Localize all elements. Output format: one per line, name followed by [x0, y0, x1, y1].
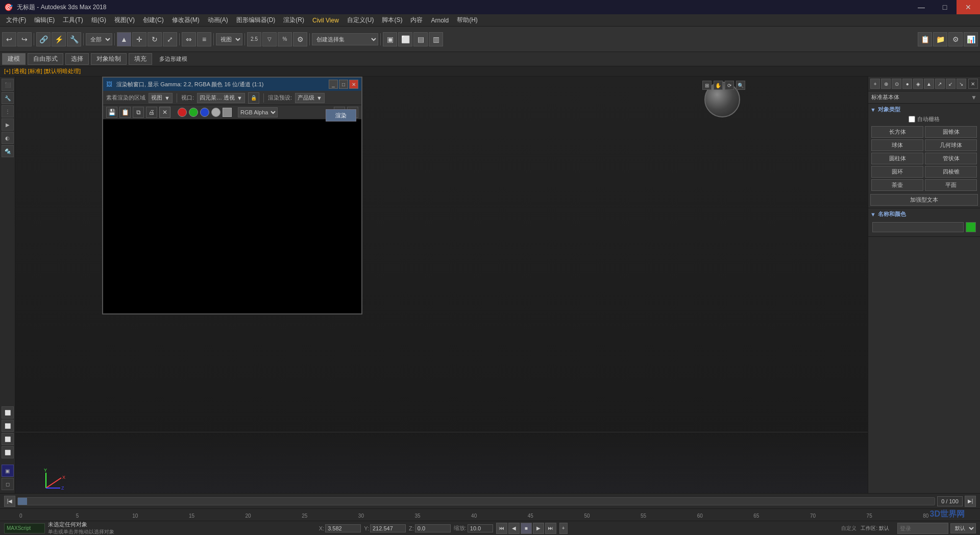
panel-expand-icon[interactable]: ▼	[971, 94, 977, 101]
menu-customize[interactable]: 自定义(U)	[343, 15, 378, 26]
rp-btn5[interactable]: ◈	[913, 79, 923, 89]
login-input[interactable]	[897, 523, 948, 534]
prev-frame-btn[interactable]: ⏮	[496, 523, 507, 534]
obj-cylinder[interactable]: 圆柱体	[871, 153, 923, 164]
selection-set-dropdown[interactable]: 创建选择集	[312, 33, 378, 45]
track-view-button[interactable]: 📊	[964, 32, 978, 46]
menu-civil-view[interactable]: Civil View	[308, 16, 343, 25]
rp-btn7[interactable]: ↗	[935, 79, 945, 89]
menu-render[interactable]: 渲染(R)	[279, 15, 308, 26]
sidebar-motion[interactable]: ▶	[2, 118, 14, 131]
obj-tube[interactable]: 管状体	[925, 153, 977, 164]
tab-paint[interactable]: 对象绘制	[91, 53, 127, 65]
zoom-btn[interactable]: 🔍	[736, 81, 745, 90]
menu-help[interactable]: 帮助(H)	[453, 15, 482, 26]
tab-freeform[interactable]: 自由形式	[28, 53, 63, 65]
menu-modifier[interactable]: 修改器(M)	[168, 15, 204, 26]
spinner-snap-button[interactable]: ⚙	[293, 32, 307, 46]
rw-clear-btn[interactable]: ✕	[159, 107, 170, 118]
menu-tools[interactable]: 工具(T)	[59, 15, 87, 26]
rw-save-btn[interactable]: 💾	[106, 107, 117, 118]
next-frame-btn[interactable]: ⏭	[545, 523, 556, 534]
minimize-button[interactable]: —	[910, 0, 933, 14]
go-end-btn[interactable]: ▶|	[965, 496, 976, 507]
tab-fill[interactable]: 填充	[129, 53, 152, 65]
menu-file[interactable]: 文件(F)	[2, 15, 30, 26]
maximize-viewport-btn[interactable]: ⊞	[702, 81, 712, 90]
workspace-dropdown[interactable]: 默认	[950, 523, 976, 533]
sidebar-viewport3[interactable]: ⬜	[2, 433, 14, 445]
pan-btn[interactable]: ✋	[714, 81, 723, 90]
sidebar-viewport4[interactable]: ⬜	[2, 446, 14, 458]
rw-blue-channel[interactable]	[200, 108, 209, 117]
obj-torus[interactable]: 圆环	[871, 166, 923, 178]
rw-maximize[interactable]: □	[339, 80, 348, 89]
zoom-input[interactable]	[468, 524, 493, 532]
menu-graph-editor[interactable]: 图形编辑器(D)	[232, 15, 280, 26]
rp-close-btn[interactable]: ✕	[968, 79, 978, 89]
orbit-btn[interactable]: ⟳	[725, 81, 734, 90]
rw-alpha-dot[interactable]	[211, 108, 220, 117]
redo-button[interactable]: ↪	[17, 32, 32, 46]
rp-btn1[interactable]: +	[870, 79, 880, 89]
obj-extended-text[interactable]: 加强型文本	[870, 194, 978, 206]
snap2d-button[interactable]: 2.5	[247, 32, 261, 46]
link-button[interactable]: 🔗	[36, 32, 51, 46]
object-name-input[interactable]	[872, 222, 964, 232]
stop-btn[interactable]: ■	[521, 523, 532, 534]
rw-clone-btn[interactable]: ⧉	[133, 107, 144, 118]
sidebar-display[interactable]: ◐	[2, 132, 14, 144]
bind-button[interactable]: 🔧	[67, 32, 81, 46]
sidebar-color1[interactable]: ▣	[2, 465, 14, 477]
rp-btn6[interactable]: ▲	[924, 79, 934, 89]
sidebar-hierarchy[interactable]: ⋮	[2, 105, 14, 117]
rp-btn9[interactable]: ↘	[957, 79, 966, 89]
play-back-btn[interactable]: ◀	[508, 523, 520, 534]
menu-content[interactable]: 内容	[406, 15, 427, 26]
rw-print-btn[interactable]: 🖨	[146, 107, 157, 118]
viewport-area[interactable]: X Y Z ⊞ ✋ ⟳ 🔍 🖼 渲染帧窗口, 显示 Gamma: 2.2, RG…	[15, 77, 868, 493]
sidebar-viewport1[interactable]: ⬜	[2, 406, 14, 419]
menu-arnold[interactable]: Arnold	[427, 16, 453, 25]
undo-button[interactable]: ↩	[2, 32, 16, 46]
obj-pyramid[interactable]: 四棱锥	[925, 166, 977, 178]
play-fwd-btn[interactable]: ▶	[533, 523, 544, 534]
tab-modeling[interactable]: 建模	[2, 53, 26, 65]
menu-edit[interactable]: 编辑(E)	[30, 15, 59, 26]
frame-input[interactable]	[937, 496, 963, 506]
tab-select[interactable]: 选择	[65, 53, 89, 65]
sidebar-modify[interactable]: 🔧	[2, 92, 14, 104]
selection-filter[interactable]: 全部	[86, 33, 112, 45]
obj-box[interactable]: 长方体	[871, 126, 923, 138]
rw-green-channel[interactable]	[189, 108, 198, 117]
scale-button[interactable]: ⤢	[163, 32, 177, 46]
menu-create[interactable]: 创建(C)	[139, 15, 168, 26]
sidebar-color2[interactable]: ◻	[2, 478, 14, 490]
menu-group[interactable]: 组(G)	[87, 15, 110, 26]
rw-lock-btn[interactable]: 🔒	[248, 92, 259, 104]
rotate-button[interactable]: ↻	[148, 32, 162, 46]
render-area-dropdown[interactable]: 视图 ▼	[149, 93, 173, 103]
obj-sphere[interactable]: 球体	[871, 139, 923, 151]
sidebar-utilities[interactable]: 🔩	[2, 145, 14, 157]
obj-cone[interactable]: 圆锥体	[925, 126, 977, 138]
render-button[interactable]: 渲染	[326, 109, 356, 121]
unlink-button[interactable]: ⚡	[52, 32, 66, 46]
obj-geosphere[interactable]: 几何球体	[925, 139, 977, 151]
align-button[interactable]: ≡	[197, 32, 211, 46]
object-properties-button[interactable]: ⚙	[948, 32, 963, 46]
sidebar-create[interactable]: ⬛	[2, 79, 14, 91]
menu-view[interactable]: 视图(V)	[110, 15, 139, 26]
go-start-btn[interactable]: |◀	[4, 496, 15, 507]
mirror-button[interactable]: ⇔	[182, 32, 196, 46]
select-button[interactable]: ▲	[117, 32, 131, 46]
angle-snap-button[interactable]: ▽	[262, 32, 277, 46]
coord-x-input[interactable]	[325, 524, 361, 532]
material-editor-button[interactable]: ▣	[383, 32, 397, 46]
scene-explorer-button[interactable]: 📋	[918, 32, 932, 46]
render-button[interactable]: ▥	[429, 32, 443, 46]
rp-btn2[interactable]: ⊕	[881, 79, 891, 89]
rw-gray-btn[interactable]	[223, 108, 232, 117]
obj-plane[interactable]: 平面	[925, 179, 977, 191]
viewport-dropdown[interactable]: 四元菜… 透视 ▼	[197, 93, 245, 103]
